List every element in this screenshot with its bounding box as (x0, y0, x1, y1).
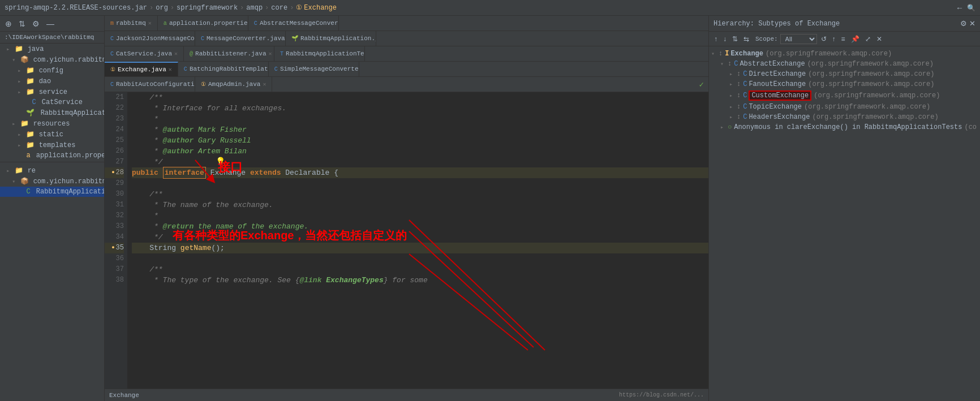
ln-30: 30 (105, 189, 124, 200)
tab-icon-rabbitlistener: @ (190, 51, 193, 57)
ln-23: 23 (105, 114, 124, 124)
h-fanoutexchange[interactable]: ▸ ↕ C FanoutExchange (org.springframewor… (709, 79, 980, 89)
breadcrumb-amqp[interactable]: amqp (246, 4, 263, 12)
h-fanout-icon: C (743, 80, 747, 88)
h-btn3[interactable]: ⇅ (730, 35, 740, 44)
h-btn1[interactable]: ↑ (712, 35, 719, 44)
tab-label-rabbitauto: RabbitAutoConfiguration.java (116, 81, 195, 88)
h-abstractexchange[interactable]: ▾ ↕ C AbstractExchange (org.springframew… (709, 59, 980, 69)
h-root-icons: ↕ (719, 50, 723, 58)
tab-close-rabbitlistener[interactable]: ✕ (269, 50, 272, 57)
code-line-34: */ (132, 232, 708, 243)
h-customexchange[interactable]: ▸ ↕ C CustomExchange (org.springframewor… (709, 89, 980, 102)
sidebar-toolbar: ⊕ ⇅ ⚙ — (0, 16, 104, 32)
sidebar-item-java[interactable]: ▸ 📁 java (0, 44, 104, 54)
code-line-33: * @return the name of the exchange. (132, 221, 708, 232)
tab-icon-abstractmessage: C (254, 20, 257, 27)
sidebar-tool-btn1[interactable]: ⊕ (3, 19, 14, 29)
sep5: › (290, 4, 294, 12)
tab-label-simplemessage: SimpleMessageConverter.java (280, 66, 359, 72)
h-close-btn2[interactable]: ✕ (875, 35, 884, 44)
h-topicexchange-label: TopicExchange (749, 103, 802, 111)
ln-25: 25 (105, 135, 124, 146)
code-line-27: */ 💡 (132, 157, 708, 167)
breadcrumb-springframework[interactable]: springframework (177, 4, 238, 12)
tab-batching[interactable]: C BatchingRabbitTemplate.java ✕ (178, 62, 269, 76)
tab-abstractmessage[interactable]: C AbstractMessageConverter.java ✕ (248, 16, 339, 31)
tab-jackson[interactable]: C Jackson2JsonMessageConverter.java ✕ (105, 31, 195, 46)
tab-icon-rabbitmqtests: T (280, 51, 283, 57)
sidebar-item-resources[interactable]: ▸ 📁 resources (0, 118, 104, 129)
scope-select[interactable]: All Project (780, 34, 817, 44)
tab-close-amqpadmin[interactable]: ✕ (263, 81, 266, 88)
arrow-icon: ▸ (18, 68, 21, 74)
h-up-btn[interactable]: ↑ (831, 35, 837, 44)
h-topicexchange[interactable]: ▸ ↕ C TopicExchange (org.springframework… (709, 102, 980, 112)
h-eq-btn[interactable]: ≡ (840, 35, 847, 44)
sidebar-item-dao[interactable]: ▸ 📁 dao (0, 76, 104, 87)
tab-appprops[interactable]: a application.properties ✕ (158, 16, 248, 31)
sidebar-item-catservice[interactable]: ▸ C CatService (0, 97, 104, 107)
tab-catservice[interactable]: C CatService.java ✕ (105, 46, 184, 61)
breadcrumb-core[interactable]: core (271, 4, 287, 12)
sidebar-item-service[interactable]: ▸ 📁 service (0, 87, 104, 97)
breadcrumb-exchange[interactable]: Exchange (304, 4, 337, 12)
h-refresh-btn[interactable]: ↺ (819, 35, 828, 44)
sidebar-tool-btn4[interactable]: — (45, 19, 56, 29)
sidebar-item-re[interactable]: ▸ 📁 re (0, 165, 104, 176)
hierarchy-close-btn[interactable]: ✕ (969, 19, 975, 28)
h-btn2[interactable]: ↓ (721, 35, 728, 44)
sidebar-label-config: config (39, 67, 63, 75)
h-anonymous-label: Anonymous in clareExchange() in Rabbitmq… (734, 123, 962, 131)
ln-26: 26 (105, 146, 124, 157)
breadcrumb-org[interactable]: org (156, 4, 168, 12)
code-content[interactable]: /** * Interface for all exchanges. * * @… (127, 92, 708, 389)
nav-back-button[interactable]: ← (956, 3, 964, 12)
sidebar-item-rabbitmqapp[interactable]: ▸ 🌱 RabbitmqApplication (0, 107, 104, 118)
arrow-placeholder: ▸ (18, 189, 21, 195)
ln-31: 31 (105, 200, 124, 210)
h-headersexchange[interactable]: ▸ ↕ C HeadersExchange (org.springframewo… (709, 112, 980, 122)
sidebar-item-templates[interactable]: ▸ 📁 templates (0, 140, 104, 150)
tab-rabbitmqapp-java[interactable]: 🌱 RabbitmqApplication.java ✕ (286, 31, 376, 46)
h-ext-btn[interactable]: ⤢ (863, 35, 872, 44)
breadcrumb-jar[interactable]: spring-amqp-2.2.RELEASE-sources.jar (5, 4, 147, 12)
tab-amqpadmin[interactable]: ① AmqpAdmin.java ✕ (195, 77, 272, 92)
tab-rabbitmq[interactable]: m rabbitmq ✕ (105, 16, 158, 31)
tab-close-catservice[interactable]: ✕ (174, 50, 178, 57)
h-btn4[interactable]: ⇆ (742, 35, 751, 44)
tab-exchange-java[interactable]: ① Exchange.java ✕ (105, 62, 178, 76)
tab-close-rabbitmq[interactable]: ✕ (148, 20, 152, 27)
tab-icon-rabbitmqapp-java: 🌱 (291, 35, 298, 42)
tab-simplemessage[interactable]: C SimpleMessageConverter.java ✕ (269, 62, 359, 76)
h-expand-arrow6: ▸ (729, 104, 735, 110)
sidebar-tool-btn2[interactable]: ⇅ (17, 19, 27, 29)
h-directexchange[interactable]: ▸ ↕ C DirectExchange (org.springframewor… (709, 69, 980, 79)
sidebar-item-config[interactable]: ▸ 📁 config (0, 65, 104, 76)
sidebar-item-appprops[interactable]: ▸ a application.properties (0, 150, 104, 161)
tab-rabbitauto[interactable]: C RabbitAutoConfiguration.java ✕ (105, 77, 195, 92)
h-root-exchange[interactable]: ▾ ↕ I Exchange (org.springframework.amqp… (709, 49, 980, 59)
tab-label-rabbitmq: rabbitmq (116, 20, 146, 27)
tab-rabbitlistener[interactable]: @ RabbitListener.java ✕ (184, 46, 274, 61)
arrow-placeholder: ▸ (18, 153, 21, 159)
tab-messageconverter[interactable]: C MessageConverter.java ✕ (195, 31, 286, 46)
sep2: › (170, 4, 174, 12)
sep4: › (265, 4, 269, 12)
h-directexchange-label: DirectExchange (749, 70, 806, 78)
code-editor: 21 22 23 24 25 26 27 ● 28 29 30 31 32 33… (105, 92, 708, 389)
tab-rabbitmqtests[interactable]: T RabbitmqApplicationTests.java ✕ (274, 46, 365, 61)
h-pin-btn[interactable]: 📌 (849, 35, 861, 44)
tab-bar-row4: ① Exchange.java ✕ C BatchingRabbitTempla… (105, 62, 708, 77)
sidebar-item-com-yichun[interactable]: ▾ 📦 com.yichun.rabbitmq (0, 54, 104, 65)
search-button[interactable]: 🔍 (967, 4, 975, 12)
tab-close-exchange[interactable]: ✕ (169, 66, 172, 73)
sidebar-tool-btn3[interactable]: ⚙ (31, 19, 41, 29)
sidebar-item-rabbitmqapp2[interactable]: ▸ C RabbitmqApplication (0, 187, 104, 197)
hierarchy-tree: ▾ ↕ I Exchange (org.springframework.amqp… (709, 46, 980, 401)
hierarchy-settings-btn[interactable]: ⚙ (960, 19, 967, 28)
tab-bar-row3: C CatService.java ✕ @ RabbitListener.jav… (105, 46, 708, 62)
sidebar-item-static[interactable]: ▸ 📁 static (0, 129, 104, 140)
h-anonymous[interactable]: ▸ ○ Anonymous in clareExchange() in Rabb… (709, 122, 980, 132)
sidebar-item-com-yichun2[interactable]: ▾ 📦 com.yichun.rabbitmq (0, 176, 104, 187)
